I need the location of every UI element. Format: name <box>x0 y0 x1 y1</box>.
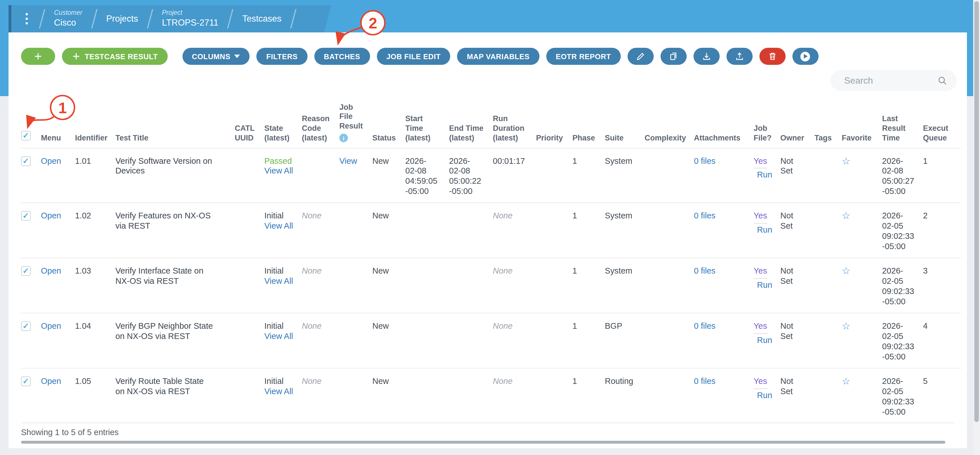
job-file-yes-link[interactable]: Yes <box>754 267 767 276</box>
col-attachments[interactable]: Attachments <box>694 87 754 148</box>
view-all-link[interactable]: View All <box>264 332 293 341</box>
end-time-cell <box>449 313 493 368</box>
columns-button[interactable]: COLUMNS <box>182 48 250 65</box>
search-icon[interactable] <box>937 75 948 86</box>
favorite-star[interactable] <box>842 266 851 277</box>
col-status[interactable]: Status <box>372 87 405 148</box>
edit-button[interactable] <box>628 48 654 65</box>
upload-icon <box>735 52 744 61</box>
job-file-yes-link[interactable]: Yes <box>754 156 767 165</box>
copy-button[interactable] <box>660 48 687 65</box>
col-owner[interactable]: Owner <box>781 87 815 148</box>
job-file-run-link[interactable]: Run <box>757 225 772 235</box>
favorite-star[interactable] <box>842 321 851 332</box>
col-run-duration[interactable]: Run Duration (latest) <box>493 87 536 148</box>
job-file-yes-link[interactable]: Yes <box>754 211 767 220</box>
col-end-time[interactable]: End Time (latest) <box>449 87 493 148</box>
eotr-report-button[interactable]: EOTR REPORT <box>546 48 620 65</box>
col-favorite[interactable]: Favorite <box>842 87 882 148</box>
job-file-run-link[interactable]: Run <box>757 335 772 345</box>
testcase-result-button[interactable]: TESTCASE RESULT <box>62 48 167 65</box>
reason-code-cell: None <box>302 211 321 220</box>
col-priority[interactable]: Priority <box>536 87 573 148</box>
vertical-scrollbar[interactable] <box>974 1 979 422</box>
col-suite[interactable]: Suite <box>605 87 644 148</box>
attachments-link[interactable]: 0 files <box>694 156 716 165</box>
col-execution-queue[interactable]: Execut Queue <box>923 87 961 148</box>
attachments-link[interactable]: 0 files <box>694 267 716 276</box>
breadcrumb-tab-project[interactable]: Project LTROPS-2711 <box>151 5 230 32</box>
job-file-run-link[interactable]: Run <box>757 280 772 289</box>
col-last-result-time[interactable]: Last Result Time <box>882 87 923 148</box>
identifier-cell: 1.04 <box>75 313 115 368</box>
last-result-time-cell: 2026-02-05 09:02:33 -05:00 <box>882 377 914 417</box>
job-file-edit-label: JOB FILE EDIT <box>386 52 441 61</box>
view-all-link[interactable]: View All <box>264 276 293 286</box>
horizontal-scrollbar[interactable] <box>21 441 945 444</box>
download-button[interactable] <box>694 48 720 65</box>
favorite-star[interactable] <box>842 376 851 387</box>
attachments-link[interactable]: 0 files <box>694 211 716 220</box>
add-button[interactable] <box>21 48 55 65</box>
col-catl-uuid[interactable]: CATL UUID <box>235 87 264 148</box>
col-job-file[interactable]: Job File? <box>754 87 781 148</box>
attachments-link[interactable]: 0 files <box>694 321 716 330</box>
col-tags[interactable]: Tags <box>815 87 842 148</box>
col-menu[interactable]: Menu <box>41 87 75 148</box>
attachments-link[interactable]: 0 files <box>694 377 716 386</box>
breadcrumb-tab-testcases[interactable]: Testcases <box>231 5 293 32</box>
col-identifier[interactable]: Identifier <box>75 87 115 148</box>
breadcrumb-tab-projects[interactable]: Projects <box>95 5 150 32</box>
row-checkbox[interactable] <box>21 377 31 386</box>
map-variables-button[interactable]: MAP VARIABLES <box>457 48 539 65</box>
suite-cell: BGP <box>605 313 644 368</box>
col-test-title[interactable]: Test Title <box>115 87 235 148</box>
info-icon[interactable] <box>339 134 348 142</box>
open-link[interactable]: Open <box>41 211 61 220</box>
open-link[interactable]: Open <box>41 321 61 330</box>
col-state[interactable]: State (latest) <box>264 87 302 148</box>
job-file-edit-button[interactable]: JOB FILE EDIT <box>377 48 450 65</box>
open-link[interactable]: Open <box>41 377 61 386</box>
batches-button[interactable]: BATCHES <box>314 48 370 65</box>
col-complexity[interactable]: Complexity <box>644 87 694 148</box>
run-all-button[interactable] <box>792 48 819 65</box>
kebab-menu-icon[interactable] <box>11 5 41 32</box>
row-checkbox[interactable] <box>21 321 31 331</box>
open-link[interactable]: Open <box>41 267 61 276</box>
col-start-time[interactable]: Start Time (latest) <box>405 87 449 148</box>
view-all-link[interactable]: View All <box>264 387 293 396</box>
breadcrumb: Customer Cisco Projects Project LTROPS-2… <box>8 5 331 32</box>
filters-button[interactable]: FILTERS <box>257 48 307 65</box>
execution-queue-cell: 4 <box>923 313 961 368</box>
view-all-link[interactable]: View All <box>264 222 293 231</box>
open-link[interactable]: Open <box>41 156 61 165</box>
job-file-run-link[interactable]: Run <box>757 391 772 400</box>
row-checkbox[interactable] <box>21 156 31 166</box>
complexity-cell <box>644 203 694 258</box>
col-reason-code[interactable]: Reason Code (latest) <box>302 87 339 148</box>
filters-label: FILTERS <box>266 52 298 61</box>
start-time-cell <box>405 313 449 368</box>
job-file-yes-link[interactable]: Yes <box>754 321 767 330</box>
identifier-cell: 1.03 <box>75 258 115 313</box>
view-all-link[interactable]: View All <box>264 166 293 176</box>
favorite-star[interactable] <box>842 156 851 166</box>
job-file-run-link[interactable]: Run <box>757 170 772 179</box>
breadcrumb-tab-customer[interactable]: Customer Cisco <box>43 5 94 32</box>
priority-cell <box>536 313 573 368</box>
job-file-yes-link[interactable]: Yes <box>754 377 767 386</box>
upload-button[interactable] <box>727 48 752 65</box>
delete-button[interactable] <box>759 48 786 65</box>
job-file-result-link[interactable]: View <box>339 156 357 165</box>
breadcrumb-eyebrow: Customer <box>54 10 83 18</box>
search-input[interactable] <box>844 75 937 86</box>
favorite-star[interactable] <box>842 211 851 222</box>
row-checkbox[interactable] <box>21 267 31 276</box>
col-job-file-result[interactable]: Job File Result <box>339 87 372 148</box>
state-value: Initial <box>264 211 284 220</box>
status-cell: New <box>372 148 405 203</box>
col-phase[interactable]: Phase <box>573 87 605 148</box>
row-checkbox[interactable] <box>21 211 31 221</box>
select-all-checkbox[interactable] <box>21 131 31 140</box>
